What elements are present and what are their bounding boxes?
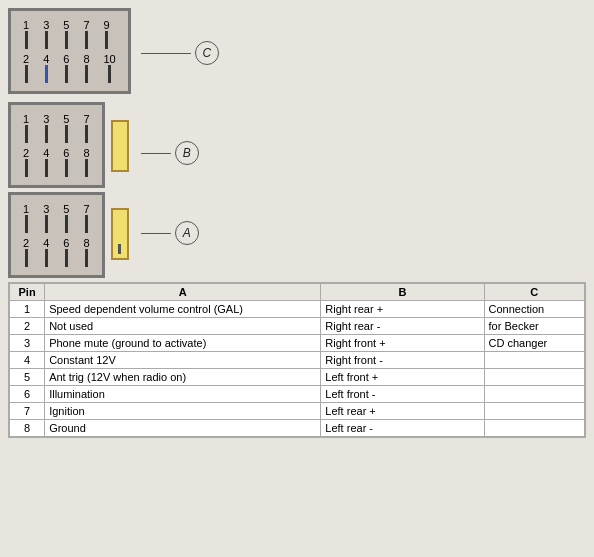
cell-b: Right front - xyxy=(321,352,484,369)
cell-a: Ignition xyxy=(45,403,321,420)
cell-pin: 6 xyxy=(10,386,45,403)
connector-labels: C B A xyxy=(131,8,219,268)
cell-pin: 7 xyxy=(10,403,45,420)
cell-b: Left front + xyxy=(321,369,484,386)
cell-pin: 2 xyxy=(10,318,45,335)
table-row: 3Phone mute (ground to activate)Right fr… xyxy=(10,335,585,352)
cell-b: Left front - xyxy=(321,386,484,403)
cell-c xyxy=(484,352,584,369)
cell-c xyxy=(484,420,584,437)
cell-c xyxy=(484,403,584,420)
col-a-header: A xyxy=(45,284,321,301)
cell-pin: 3 xyxy=(10,335,45,352)
label-b: B xyxy=(141,141,219,165)
pin-c-r1: 1 3 5 7 9 xyxy=(23,19,110,49)
cell-c xyxy=(484,386,584,403)
cell-b: Left rear + xyxy=(321,403,484,420)
cell-a: Speed dependent volume control (GAL) xyxy=(45,301,321,318)
diagram-area: 1 3 5 7 9 2 4 6 8 10 xyxy=(0,0,594,282)
cell-a: Ant trig (12V when radio on) xyxy=(45,369,321,386)
cell-pin: 4 xyxy=(10,352,45,369)
cell-a: Ground xyxy=(45,420,321,437)
cell-a: Illumination xyxy=(45,386,321,403)
table-row: 6IlluminationLeft front - xyxy=(10,386,585,403)
antenna-connectors xyxy=(111,102,129,278)
col-b-header: B xyxy=(321,284,484,301)
cell-a: Phone mute (ground to activate) xyxy=(45,335,321,352)
cell-c: Connection xyxy=(484,301,584,318)
pin-table: Pin A B C 1Speed dependent volume contro… xyxy=(8,282,586,438)
cell-b: Right rear - xyxy=(321,318,484,335)
connector-b-box: 1 3 5 7 2 4 6 8 xyxy=(8,102,105,188)
cell-b: Right rear + xyxy=(321,301,484,318)
cell-pin: 1 xyxy=(10,301,45,318)
cell-b: Right front + xyxy=(321,335,484,352)
label-a: A xyxy=(141,221,219,245)
cell-a: Not used xyxy=(45,318,321,335)
cell-pin: 5 xyxy=(10,369,45,386)
connector-a-box: 1 3 5 7 2 4 6 8 xyxy=(8,192,105,278)
cell-c: for Becker xyxy=(484,318,584,335)
cell-c: CD changer xyxy=(484,335,584,352)
cell-c xyxy=(484,369,584,386)
table-row: 5Ant trig (12V when radio on)Left front … xyxy=(10,369,585,386)
cell-b: Left rear - xyxy=(321,420,484,437)
cell-pin: 8 xyxy=(10,420,45,437)
col-pin-header: Pin xyxy=(10,284,45,301)
table-row: 2Not usedRight rear -for Becker xyxy=(10,318,585,335)
col-c-header: C xyxy=(484,284,584,301)
table-row: 8GroundLeft rear - xyxy=(10,420,585,437)
cell-a: Constant 12V xyxy=(45,352,321,369)
table-row: 1Speed dependent volume control (GAL)Rig… xyxy=(10,301,585,318)
table-row: 4Constant 12VRight front - xyxy=(10,352,585,369)
table-row: 7IgnitionLeft rear + xyxy=(10,403,585,420)
label-c: C xyxy=(141,41,219,65)
connector-c-box: 1 3 5 7 9 2 4 6 8 10 xyxy=(8,8,131,94)
